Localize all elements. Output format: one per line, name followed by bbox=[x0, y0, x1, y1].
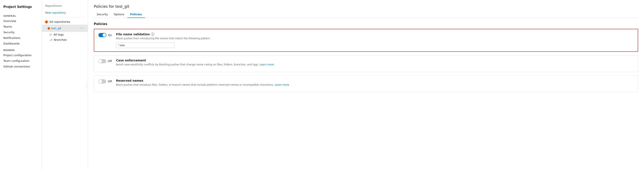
policy-row-case: Off Case enforcement Avoid case-sensitiv… bbox=[94, 55, 638, 72]
boards-section-label: Boards bbox=[0, 46, 42, 52]
sidebar-item-teams[interactable]: Teams bbox=[0, 24, 42, 29]
git-repos-diamond-icon bbox=[45, 20, 48, 24]
toggle-label-case-off: Off bbox=[108, 60, 112, 63]
policy-row-file-name: On File name validation i Block pushes f… bbox=[94, 29, 638, 51]
toggle-label-on: On bbox=[108, 34, 112, 37]
sidebar-title: Project Settings bbox=[0, 3, 42, 12]
toggle-reserved-names[interactable] bbox=[98, 79, 106, 84]
policy-content-reserved: Reserved names Block pushes that introdu… bbox=[116, 79, 634, 89]
collapse-panel-button[interactable]: ‹ bbox=[86, 82, 88, 88]
policy-case-enforcement: Off Case enforcement Avoid case-sensitiv… bbox=[94, 55, 638, 72]
all-tags-item[interactable]: 🏷 All tags bbox=[42, 32, 88, 37]
repo-test-git[interactable]: test_git ··· bbox=[42, 25, 88, 32]
divider bbox=[45, 17, 84, 17]
toggle-file-name-validation[interactable] bbox=[98, 33, 106, 37]
policies-section-title: Policies bbox=[94, 22, 638, 26]
policy-desc-case: Avoid case-sensitivity conflicts by bloc… bbox=[116, 63, 634, 66]
page-title: Policies for test_git bbox=[94, 4, 638, 8]
toggle-area-file-name: On bbox=[98, 33, 112, 37]
toggle-case-enforcement[interactable] bbox=[98, 59, 106, 63]
sidebar-item-github-connections[interactable]: GitHub connections bbox=[0, 64, 42, 69]
policy-desc-file-name: Block pushes from introducing file names… bbox=[116, 37, 634, 40]
branches-item[interactable]: ⎇ Branches bbox=[42, 37, 88, 42]
policy-reserved-names: Off Reserved names Block pushes that int… bbox=[94, 75, 638, 92]
policy-row-reserved: Off Reserved names Block pushes that int… bbox=[94, 76, 638, 92]
main-content: Policies for test_git Security Options P… bbox=[88, 0, 644, 170]
sidebar-item-notifications[interactable]: Notifications bbox=[0, 35, 42, 41]
sidebar-item-overview[interactable]: Overview bbox=[0, 18, 42, 24]
info-icon-file-name[interactable]: i bbox=[151, 33, 154, 36]
learn-more-case-enforcement[interactable]: Learn more bbox=[260, 63, 274, 66]
new-repository-link[interactable]: New repository bbox=[42, 10, 88, 15]
toggle-area-reserved: Off bbox=[98, 79, 112, 84]
policy-name-case: Case enforcement bbox=[116, 59, 634, 62]
sidebar-item-project-configuration[interactable]: Project configuration bbox=[0, 52, 42, 58]
tabs-bar: Security Options Policies bbox=[94, 11, 638, 18]
policy-content-case: Case enforcement Avoid case-sensitivity … bbox=[116, 59, 634, 69]
branch-icon: ⎇ bbox=[50, 38, 52, 41]
sidebar: Project Settings General Overview Teams … bbox=[0, 0, 42, 170]
sidebar-item-dashboards[interactable]: Dashboards bbox=[0, 41, 42, 46]
toggle-area-case: Off bbox=[98, 59, 112, 63]
policy-name-reserved: Reserved names bbox=[116, 79, 634, 82]
tab-policies[interactable]: Policies bbox=[127, 11, 145, 18]
repo-diamond-icon bbox=[47, 27, 50, 30]
policy-name-file-name: File name validation i bbox=[116, 33, 634, 36]
policy-desc-reserved: Block pushes that introduce files, folde… bbox=[116, 83, 634, 87]
policy-file-name-validation: On File name validation i Block pushes f… bbox=[94, 29, 638, 52]
sidebar-item-security[interactable]: Security bbox=[0, 29, 42, 35]
sidebar-item-team-configuration[interactable]: Team configuration bbox=[0, 58, 42, 64]
repositories-title: Repositories bbox=[42, 2, 88, 10]
file-name-pattern-input[interactable] bbox=[116, 42, 174, 48]
learn-more-reserved-names[interactable]: Learn more bbox=[275, 83, 289, 86]
git-repos-header: Git repositories bbox=[42, 19, 88, 25]
general-section-label: General bbox=[0, 12, 42, 18]
toggle-label-reserved-off: Off bbox=[108, 80, 112, 83]
middle-panel: ‹ Repositories New repository Git reposi… bbox=[42, 0, 88, 170]
policy-content-file-name: File name validation i Block pushes from… bbox=[116, 33, 634, 48]
tag-icon: 🏷 bbox=[50, 33, 52, 36]
tab-security[interactable]: Security bbox=[94, 11, 111, 18]
tab-options[interactable]: Options bbox=[111, 11, 127, 18]
repo-more-options-button[interactable]: ··· bbox=[80, 26, 84, 31]
